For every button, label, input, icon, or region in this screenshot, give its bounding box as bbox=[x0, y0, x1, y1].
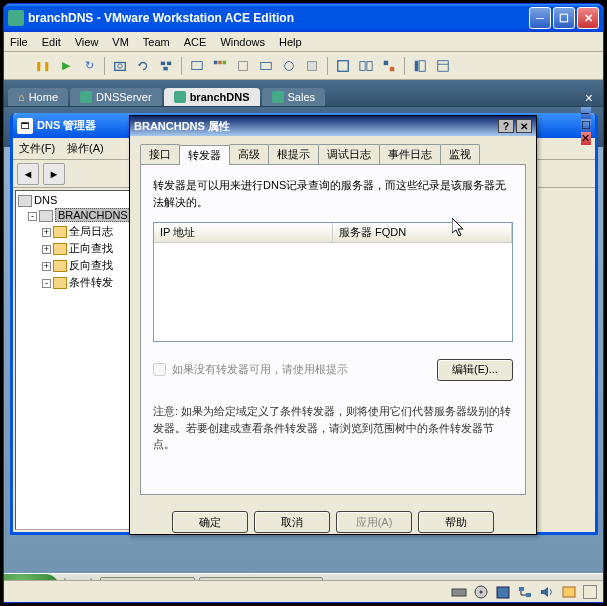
tab-forwarders[interactable]: 转发器 bbox=[179, 145, 230, 165]
toolbar-icon[interactable] bbox=[256, 56, 276, 76]
vmware-minimize-button[interactable]: ─ bbox=[529, 7, 551, 29]
mmc-menu-file[interactable]: 文件(F) bbox=[19, 141, 55, 156]
tab-advanced[interactable]: 高级 bbox=[229, 144, 269, 164]
mmc-close-button[interactable]: ✕ bbox=[581, 132, 591, 145]
toolbar-icon[interactable] bbox=[210, 56, 230, 76]
tab-home[interactable]: ⌂Home bbox=[8, 88, 68, 106]
svg-rect-6 bbox=[214, 60, 218, 64]
tab-debug-log[interactable]: 调试日志 bbox=[318, 144, 380, 164]
menu-view[interactable]: View bbox=[75, 36, 99, 48]
dialog-close-button[interactable]: ✕ bbox=[516, 119, 532, 133]
forward-icon[interactable]: ► bbox=[43, 163, 65, 185]
forwarders-description: 转发器是可以用来进行DNS记录查询的服务器，而这些纪录是该服务器无法解决的。 bbox=[153, 177, 513, 210]
help-button[interactable]: 帮助 bbox=[418, 511, 494, 533]
tab-monitoring[interactable]: 监视 bbox=[440, 144, 480, 164]
col-fqdn[interactable]: 服务器 FQDN bbox=[333, 223, 512, 242]
log-icon bbox=[53, 226, 67, 238]
revert-icon[interactable] bbox=[133, 56, 153, 76]
fullscreen-icon[interactable] bbox=[333, 56, 353, 76]
toolbar-icon[interactable] bbox=[302, 56, 322, 76]
tab-sales[interactable]: Sales bbox=[262, 88, 326, 106]
forwarders-list[interactable]: IP 地址 服务器 FQDN bbox=[153, 222, 513, 342]
svg-rect-25 bbox=[497, 587, 509, 598]
col-ip[interactable]: IP 地址 bbox=[154, 223, 333, 242]
svg-rect-16 bbox=[384, 60, 388, 64]
apply-button[interactable]: 应用(A) bbox=[336, 511, 412, 533]
svg-rect-28 bbox=[563, 587, 575, 597]
checkbox-label: 如果没有转发器可用，请使用根提示 bbox=[172, 362, 348, 377]
svg-rect-18 bbox=[415, 60, 419, 71]
mmc-maximize-button[interactable]: ☐ bbox=[581, 119, 591, 132]
svg-rect-20 bbox=[438, 60, 449, 71]
toolbar-icon[interactable] bbox=[279, 56, 299, 76]
mmc-minimize-button[interactable]: ─ bbox=[581, 107, 591, 119]
mmc-menu-action[interactable]: 操作(A) bbox=[67, 141, 104, 156]
edit-button[interactable]: 编辑(E)... bbox=[437, 359, 513, 381]
tree-node-conditional[interactable]: -条件转发 bbox=[18, 274, 128, 291]
tab-branchdns[interactable]: branchDNS bbox=[164, 88, 260, 106]
tab-interfaces[interactable]: 接口 bbox=[140, 144, 180, 164]
show-console-icon[interactable] bbox=[187, 56, 207, 76]
back-icon[interactable]: ◄ bbox=[17, 163, 39, 185]
tab-dnsserver[interactable]: DNSServer bbox=[70, 88, 162, 106]
vmware-maximize-button[interactable]: ☐ bbox=[553, 7, 575, 29]
tree-server[interactable]: -BRANCHDNS bbox=[18, 208, 128, 223]
tree-node-reverse[interactable]: +反向查找 bbox=[18, 257, 128, 274]
sound-icon[interactable] bbox=[539, 585, 555, 599]
power-on-icon[interactable] bbox=[56, 56, 76, 76]
snapshot-icon[interactable] bbox=[110, 56, 130, 76]
menu-windows[interactable]: Windows bbox=[220, 36, 265, 48]
hdd-icon[interactable] bbox=[451, 585, 467, 599]
menu-edit[interactable]: Edit bbox=[42, 36, 61, 48]
menu-file[interactable]: File bbox=[10, 36, 28, 48]
svg-rect-14 bbox=[360, 61, 365, 70]
power-off-icon[interactable] bbox=[10, 56, 30, 76]
svg-rect-2 bbox=[161, 61, 165, 65]
network-icon[interactable] bbox=[517, 585, 533, 599]
tab-root-hints[interactable]: 根提示 bbox=[268, 144, 319, 164]
cancel-button[interactable]: 取消 bbox=[254, 511, 330, 533]
snapshot-manager-icon[interactable] bbox=[156, 56, 176, 76]
close-tab-button[interactable]: × bbox=[579, 90, 599, 106]
ok-button[interactable]: 确定 bbox=[172, 511, 248, 533]
svg-rect-9 bbox=[239, 61, 248, 70]
svg-rect-26 bbox=[519, 587, 524, 591]
reset-icon[interactable] bbox=[79, 56, 99, 76]
cd-icon[interactable] bbox=[473, 585, 489, 599]
folder-icon bbox=[53, 243, 67, 255]
svg-rect-3 bbox=[167, 61, 171, 65]
suspend-icon[interactable] bbox=[33, 56, 53, 76]
vm-icon bbox=[174, 91, 186, 103]
vmware-vm-tabs: ⌂Home DNSServer branchDNS Sales × bbox=[4, 80, 603, 106]
svg-rect-15 bbox=[367, 61, 372, 70]
quick-switch-icon[interactable] bbox=[356, 56, 376, 76]
menu-vm[interactable]: VM bbox=[112, 36, 129, 48]
floppy-icon[interactable] bbox=[495, 585, 511, 599]
summary-icon[interactable] bbox=[433, 56, 453, 76]
menu-help[interactable]: Help bbox=[279, 36, 302, 48]
vmware-close-button[interactable]: ✕ bbox=[577, 7, 599, 29]
tree-node-forward[interactable]: +正向查找 bbox=[18, 240, 128, 257]
sidebar-icon[interactable] bbox=[410, 56, 430, 76]
properties-dialog: BRANCHDNS 属性 ? ✕ 接口 转发器 高级 根提示 调试日志 事件日志… bbox=[129, 115, 537, 535]
menu-ace[interactable]: ACE bbox=[184, 36, 207, 48]
svg-rect-4 bbox=[163, 66, 167, 70]
message-icon[interactable] bbox=[561, 585, 577, 599]
svg-point-11 bbox=[285, 61, 294, 70]
svg-rect-22 bbox=[452, 589, 466, 596]
tree-root[interactable]: DNS bbox=[18, 193, 128, 208]
toolbar-icon[interactable] bbox=[233, 56, 253, 76]
svg-rect-13 bbox=[338, 60, 349, 71]
vm-icon bbox=[80, 91, 92, 103]
folder-icon bbox=[53, 260, 67, 272]
dns-tree[interactable]: DNS -BRANCHDNS +全局日志 +正向查找 +反向查找 -条件转发 bbox=[15, 190, 131, 530]
unity-icon[interactable] bbox=[379, 56, 399, 76]
help-button[interactable]: ? bbox=[498, 119, 514, 133]
tab-event-log[interactable]: 事件日志 bbox=[379, 144, 441, 164]
menu-team[interactable]: Team bbox=[143, 36, 170, 48]
vmware-menubar[interactable]: File Edit View VM Team ACE Windows Help bbox=[4, 32, 603, 52]
svg-rect-12 bbox=[308, 61, 317, 70]
svg-rect-17 bbox=[390, 66, 394, 70]
forwarders-note: 注意: 如果为给定域定义了条件转发器，则将使用它们代替服务器级别的转发器。若要创… bbox=[153, 403, 513, 453]
tree-node-global-log[interactable]: +全局日志 bbox=[18, 223, 128, 240]
